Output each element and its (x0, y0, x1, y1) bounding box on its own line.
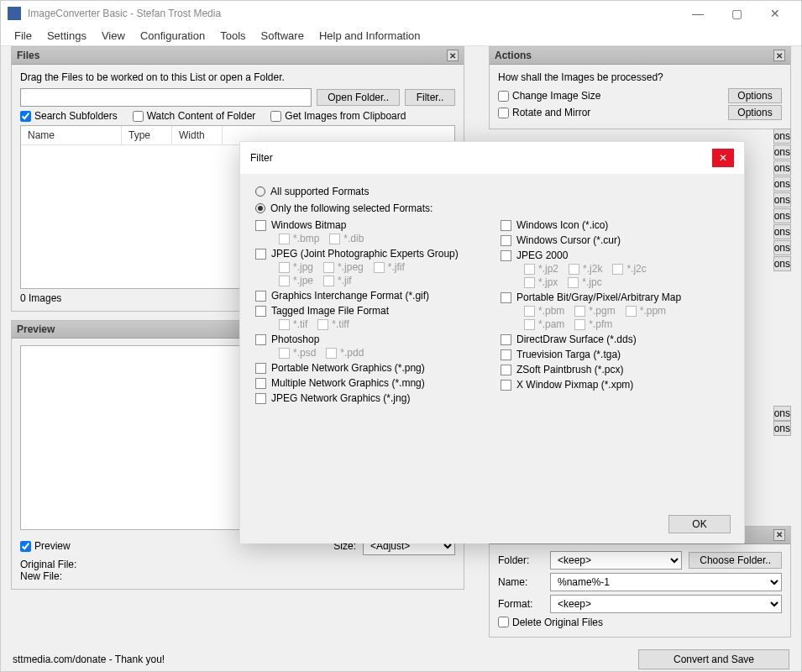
app-window: ImageConverter Basic - Stefan Trost Medi… (0, 0, 802, 672)
window-title: ImageConverter Basic - Stefan Trost Medi… (28, 8, 679, 19)
choose-folder-button[interactable]: Choose Folder.. (689, 552, 782, 569)
menu-help-and-information[interactable]: Help and Information (319, 29, 421, 42)
ext-checkbox[interactable]: *.j2k (569, 263, 602, 275)
partial-options-button[interactable]: ons (773, 208, 791, 223)
partial-options-button[interactable]: ons (773, 192, 791, 207)
partial-options-button[interactable]: ons (773, 129, 791, 144)
partial-options-button[interactable]: ons (773, 224, 791, 239)
minimize-button[interactable]: — (679, 1, 717, 26)
new-file-label: New File: (20, 570, 455, 582)
filter-button[interactable]: Filter.. (405, 89, 455, 106)
format-checkbox[interactable]: JPEG 2000 (501, 249, 729, 261)
ext-checkbox[interactable]: *.pgm (574, 305, 615, 317)
format-checkbox[interactable]: Portable Network Graphics (*.png) (255, 362, 484, 374)
ext-checkbox[interactable]: *.bmp (279, 233, 319, 244)
ext-checkbox[interactable]: *.pfm (574, 318, 612, 330)
partial-options-button[interactable]: ons (773, 256, 791, 271)
actions-panel-close-icon[interactable]: ✕ (773, 50, 785, 61)
actions-panel: Actions ✕ How shall the Images be proces… (489, 46, 791, 129)
ext-checkbox[interactable]: *.jpe (279, 275, 313, 286)
format-checkbox[interactable]: Photoshop (255, 333, 484, 345)
name-select[interactable]: %name%-1 (550, 573, 782, 591)
format-checkbox[interactable]: JPEG (Joint Photographic Experts Group) (255, 248, 484, 260)
menu-configuration[interactable]: Configuration (140, 29, 205, 42)
clipboard-checkbox[interactable]: Get Images from Clipboard (270, 110, 406, 122)
format-checkbox[interactable]: Portable Bit/Gray/Pixel/Arbitrary Map (501, 291, 729, 303)
ext-checkbox[interactable]: *.pbm (524, 305, 564, 317)
format-checkbox[interactable]: Graphics Interchange Format (*.gif) (255, 290, 484, 302)
options-button[interactable]: Options (728, 105, 782, 120)
search-subfolders-checkbox[interactable]: Search Subfolders (20, 110, 118, 122)
partial-options-button[interactable]: ons (773, 144, 791, 160)
watch-content-checkbox[interactable]: Watch Content of Folder (133, 110, 256, 122)
partial-options-button[interactable]: ons (773, 160, 791, 176)
original-file-label: Original File: (20, 559, 455, 570)
column-name[interactable]: Name (21, 126, 122, 144)
partial-options-button-b[interactable]: ons (773, 421, 791, 436)
ext-checkbox[interactable]: *.tif (279, 318, 307, 330)
radio-all-formats[interactable]: All supported Formats (255, 186, 729, 197)
ext-checkbox[interactable]: *.ppm (626, 305, 666, 317)
name-label: Name: (498, 576, 543, 588)
saving-panel-close-icon[interactable]: ✕ (773, 529, 785, 541)
ext-checkbox[interactable]: *.jfif (374, 261, 405, 273)
filter-ok-button[interactable]: OK (668, 515, 731, 533)
files-panel-title: Files (17, 50, 39, 61)
close-button[interactable]: ✕ (756, 1, 794, 26)
partial-options-button[interactable]: ons (773, 240, 791, 255)
format-checkbox[interactable]: Multiple Network Graphics (*.mng) (255, 377, 484, 389)
ext-checkbox[interactable]: *.jpc (568, 276, 601, 288)
folder-path-input[interactable] (20, 88, 312, 107)
folder-select[interactable]: <keep> (550, 551, 682, 570)
format-checkbox[interactable]: ZSoft Paintbrush (*.pcx) (501, 364, 729, 375)
filter-dialog-close-button[interactable]: ✕ (712, 149, 734, 167)
ext-checkbox[interactable]: *.jp2 (524, 263, 558, 275)
partial-options-button[interactable]: ons (773, 176, 791, 192)
format-checkbox[interactable]: Windows Bitmap (255, 219, 484, 231)
format-checkbox[interactable]: Truevision Targa (*.tga) (501, 349, 729, 360)
open-folder-button[interactable]: Open Folder.. (317, 89, 400, 106)
radio-selected-formats[interactable]: Only the following selected Formats: (255, 202, 729, 214)
format-checkbox[interactable]: Windows Icon (*.ico) (501, 219, 729, 231)
menu-tools[interactable]: Tools (220, 29, 245, 42)
app-icon (8, 7, 21, 20)
format-label: Format: (498, 598, 543, 610)
format-checkbox[interactable]: DirectDraw Surface (*.dds) (501, 333, 729, 345)
menu-file[interactable]: File (14, 29, 32, 42)
menubar: FileSettingsViewConfigurationToolsSoftwa… (1, 26, 801, 46)
options-button[interactable]: Options (728, 88, 782, 103)
ext-checkbox[interactable]: *.j2c (612, 263, 646, 275)
filter-dialog: Filter ✕ All supported Formats Only the … (239, 141, 745, 543)
ext-checkbox[interactable]: *.jpeg (323, 261, 364, 273)
ext-checkbox[interactable]: *.jif (323, 275, 352, 286)
convert-save-button[interactable]: Convert and Save (638, 649, 789, 669)
format-checkbox[interactable]: X Window Pixmap (*.xpm) (501, 379, 729, 391)
preview-checkbox[interactable]: Preview (20, 540, 71, 552)
ext-checkbox[interactable]: *.pdd (326, 347, 364, 359)
ext-checkbox[interactable]: *.pam (524, 318, 564, 330)
ext-checkbox[interactable]: *.psd (279, 347, 316, 359)
menu-settings[interactable]: Settings (47, 29, 86, 42)
action-checkbox[interactable]: Rotate and Mirror (498, 107, 590, 118)
drag-label: Drag the Files to be worked on to this L… (20, 71, 455, 83)
actions-question: How shall the Images be processed? (498, 71, 782, 83)
column-width[interactable]: Width (172, 126, 223, 144)
menu-view[interactable]: View (102, 29, 125, 42)
ext-checkbox[interactable]: *.jpx (524, 276, 558, 288)
titlebar: ImageConverter Basic - Stefan Trost Medi… (1, 1, 801, 26)
format-checkbox[interactable]: Tagged Image File Format (255, 305, 484, 317)
format-checkbox[interactable]: JPEG Network Graphics (*.jng) (255, 392, 484, 404)
partial-options-button-a[interactable]: ons (773, 406, 791, 421)
delete-originals-checkbox[interactable]: Delete Original Files (498, 617, 603, 628)
ext-checkbox[interactable]: *.dib (329, 233, 364, 244)
files-panel-close-icon[interactable]: ✕ (447, 50, 459, 61)
menu-software[interactable]: Software (261, 29, 304, 42)
maximize-button[interactable]: ▢ (717, 1, 756, 26)
ext-checkbox[interactable]: *.jpg (279, 261, 313, 273)
action-checkbox[interactable]: Change Image Size (498, 90, 600, 102)
column-type[interactable]: Type (122, 126, 172, 144)
format-checkbox[interactable]: Windows Cursor (*.cur) (501, 234, 729, 246)
actions-panel-title: Actions (495, 50, 532, 61)
format-select[interactable]: <keep> (550, 595, 782, 613)
ext-checkbox[interactable]: *.tiff (317, 318, 349, 330)
